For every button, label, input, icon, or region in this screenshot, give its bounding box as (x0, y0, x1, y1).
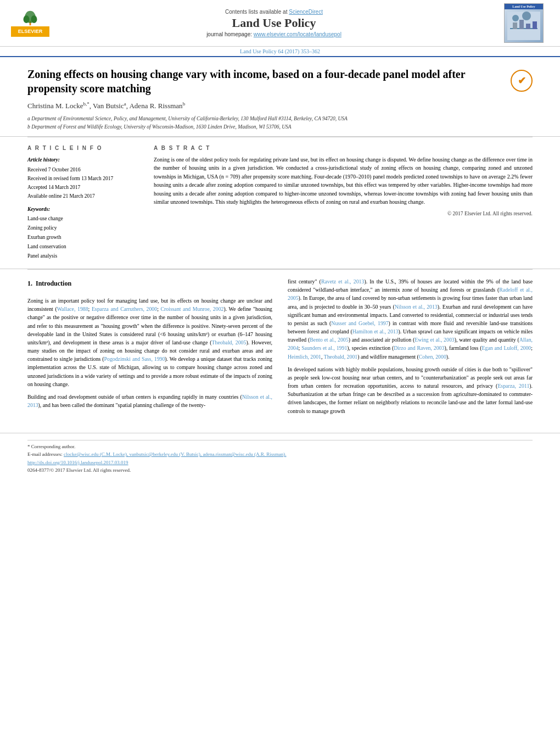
ref-radeloff[interactable]: Radeloff et al., 2005 (288, 287, 533, 301)
ref-hamilton[interactable]: Hamilton et al., 2013 (352, 328, 399, 334)
keyword-4: Land conservation (27, 242, 137, 252)
intro-para-1: Zoning is an important policy tool for m… (27, 297, 272, 388)
footnote-area: * Corresponding author. E-mail addresses… (27, 440, 533, 475)
ref-theobald[interactable]: Theobald, 2005 (212, 339, 247, 345)
cover-title: Land Use Policy (505, 4, 543, 9)
article-info-label: A R T I C L E I N F O (27, 145, 137, 151)
ref-ewing[interactable]: Ewing et al., 2003 (415, 337, 455, 343)
body-right-col: first century" (Ravetz et al., 2013). In… (288, 277, 533, 420)
issn-line: 0264-8377/© 2017 Elsevier Ltd. All right… (27, 466, 533, 474)
author-locke: Christina M. Locke (27, 102, 83, 110)
affiliation-a: a Department of Environmental Science, P… (27, 115, 502, 122)
info-abstract-section: A R T I C L E I N F O Article history: R… (0, 137, 560, 269)
article-info-col: A R T I C L E I N F O Article history: R… (27, 145, 137, 261)
svg-point-2 (23, 15, 29, 23)
svg-point-10 (512, 15, 519, 21)
ref-ravetz[interactable]: Ravetz et al., 2013 (321, 278, 365, 284)
journal-cover: Land Use Policy (504, 3, 544, 43)
ref-esparza[interactable]: Esparza and Carruthers, 2000 (92, 306, 157, 312)
corresponding-author-note: * Corresponding author. E-mail addresses… (27, 443, 533, 459)
elsevier-logo: ELSEVIER (16, 9, 44, 37)
author-butsic: Van Butsic (93, 102, 124, 110)
intro-para-4: In developed nations with highly mobile … (288, 365, 533, 415)
homepage-link[interactable]: www.elsevier.com/locate/landusepol (254, 31, 341, 37)
ref-dirzo[interactable]: Dirzo and Raven, 2003 (394, 345, 444, 351)
received-date: Received 7 October 2016 (27, 165, 137, 174)
contents-line: Contents lists available at ScienceDirec… (44, 9, 504, 15)
ref-nusser[interactable]: Nusser and Goebel, 1997 (331, 320, 388, 326)
ref-pogodzinski[interactable]: Pogodzinski and Sass, 1990 (104, 356, 165, 362)
author-rissman: Adena R. Rissman (129, 102, 182, 110)
journal-title: Land Use Policy (44, 16, 504, 30)
affiliation-b: b Department of Forest and Wildlife Ecol… (27, 123, 502, 131)
svg-rect-8 (526, 24, 530, 29)
keywords-section: Keywords: Land-use change Zoning policy … (27, 207, 137, 261)
article-header: Zoning effects on housing change vary wi… (0, 57, 560, 137)
email-line: E-mail addresses: clocke@wisc.edu (C.M. … (27, 450, 533, 458)
keywords-list: Land-use change Zoning policy Exurban gr… (27, 214, 137, 261)
doi-footer: http://dx.doi.org/10.1016/j.landusepol.2… (27, 459, 533, 466)
keyword-2: Zoning policy (27, 224, 137, 233)
cover-image (505, 9, 543, 42)
email-links[interactable]: clocke@wisc.edu (C.M. Locke), vanbutsic@… (64, 451, 287, 457)
crossmark-icon: ✔ (511, 70, 533, 92)
svg-point-11 (522, 12, 531, 20)
page: ELSEVIER Contents lists available at Sci… (0, 0, 560, 742)
homepage-line: journal homepage: www.elsevier.com/locat… (44, 31, 504, 37)
keyword-3: Exurban growth (27, 233, 137, 242)
section-1-num: 1. (27, 280, 32, 288)
doi-line: Land Use Policy 64 (2017) 353–362 (0, 47, 560, 57)
section-1-title: Introduction (36, 280, 71, 288)
body-left-col: 1. Introduction Zoning is an important p… (27, 277, 272, 420)
intro-para-3: first century" (Ravetz et al., 2013). In… (288, 277, 533, 361)
article-footer: * Corresponding author. E-mail addresses… (0, 433, 560, 479)
svg-point-3 (31, 15, 37, 23)
ref-bento[interactable]: Bento et al., 2005 (310, 337, 348, 343)
article-title: Zoning effects on housing change vary wi… (27, 67, 478, 96)
keyword-1: Land-use change (27, 214, 137, 224)
sciencedirect-link[interactable]: ScienceDirect (289, 9, 323, 15)
affiliations: a Department of Environmental Science, P… (27, 115, 502, 131)
ref-croissant[interactable]: Croissant and Munroe, 2002 (160, 306, 223, 312)
body-content: 1. Introduction Zoning is an important p… (0, 270, 560, 427)
keyword-5: Panel analysis (27, 252, 137, 261)
journal-title-area: Contents lists available at ScienceDirec… (44, 9, 504, 37)
revised-date: Received in revised form 13 March 2017 (27, 174, 137, 183)
ref-saunders[interactable]: Saunders et al., 1991 (301, 345, 347, 351)
svg-rect-6 (513, 23, 517, 29)
intro-para-2: Building and road development outside of… (27, 393, 272, 409)
accepted-date: Accepted 14 March 2017 (27, 183, 137, 192)
ref-nilsson2[interactable]: Nilsson et al., 2013 (395, 304, 438, 310)
svg-rect-7 (519, 20, 524, 29)
journal-header: ELSEVIER Contents lists available at Sci… (0, 0, 560, 47)
ref-theobald2[interactable]: Theobald, 2001 (324, 354, 358, 360)
ref-esparza2[interactable]: Esparza, 2011 (497, 383, 529, 389)
ref-cohen[interactable]: Cohen, 2000 (419, 354, 446, 360)
authors-line: Christina M. Lockeb,*, Van Butsica, Aden… (27, 101, 502, 110)
article-history: Article history: Received 7 October 2016… (27, 155, 137, 201)
ref-heimlich[interactable]: Heimlich, 2001 (288, 354, 321, 360)
corresponding-label: * Corresponding author. (27, 443, 533, 450)
keywords-label: Keywords: (27, 207, 137, 212)
elsevier-tree-icon (17, 9, 43, 26)
ref-wallace[interactable]: Wallace, 1988 (57, 306, 88, 312)
copyright-line: © 2017 Elsevier Ltd. All rights reserved… (154, 211, 533, 216)
ref-egan[interactable]: Egan and Luloff, 2000 (482, 345, 531, 351)
email-label: E-mail addresses: (27, 451, 63, 457)
abstract-label: A B S T R A C T (154, 145, 533, 151)
svg-rect-9 (533, 21, 537, 29)
doi-link[interactable]: http://dx.doi.org/10.1016/j.landusepol.2… (27, 460, 128, 465)
available-date: Available online 21 March 2017 (27, 192, 137, 200)
abstract-text: Zoning is one of the oldest policy tools… (154, 155, 533, 207)
body-two-col: 1. Introduction Zoning is an important p… (27, 277, 533, 420)
ref-nilsson[interactable]: Nilsson et al., 2013 (27, 394, 272, 408)
history-label: Article history: (27, 155, 137, 164)
abstract-col: A B S T R A C T Zoning is one of the old… (154, 145, 533, 261)
